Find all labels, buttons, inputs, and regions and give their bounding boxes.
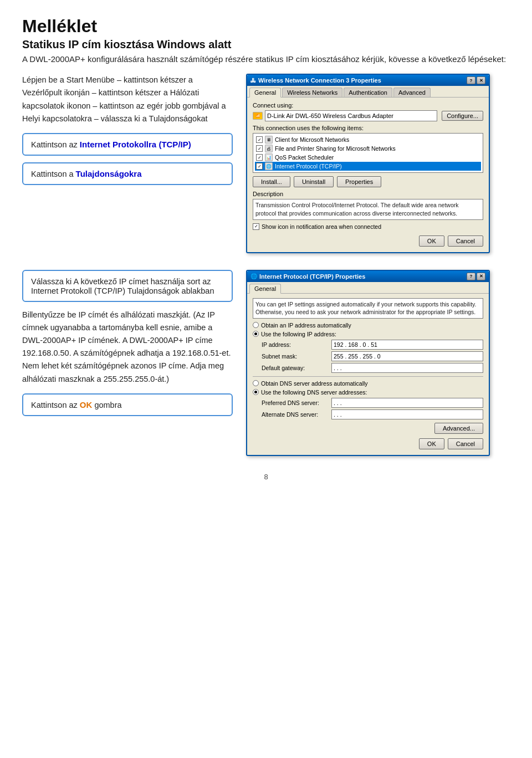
checkbox-qos[interactable]: [256, 154, 263, 161]
radio-obtain-auto[interactable]: [253, 322, 259, 328]
checkbox-client[interactable]: [256, 136, 263, 143]
gateway-input[interactable]: . . .: [331, 363, 483, 373]
dialog2-ok-row: OK Cancel: [253, 436, 483, 450]
list-item-qos[interactable]: 📊 QoS Packet Scheduler: [255, 153, 481, 162]
list-item-fileprinter[interactable]: 🖨 File and Printer Sharing for Microsoft…: [255, 144, 481, 153]
section-2: Válassza ki A következő IP címet használ…: [22, 270, 510, 456]
section2-instruction: Billentyűzze be IP címét és alhálózati m…: [22, 309, 233, 386]
callout-select-ip: Válassza ki A következő IP címet használ…: [22, 270, 233, 302]
description-label: Description: [253, 191, 483, 197]
radio-use-following-row[interactable]: Use the following IP address:: [253, 331, 483, 337]
dialog2-title: Internet Protocol (TCP/IP) Properties: [259, 273, 365, 280]
radio-use-following-label: Use the following IP address:: [261, 331, 336, 337]
dialog2-body: You can get IP settings assigned automat…: [247, 294, 489, 455]
items-list: 🖥 Client for Microsoft Networks 🖨 File a…: [253, 133, 483, 173]
dialog-tcpip-properties: 🌐 Internet Protocol (TCP/IP) Properties …: [246, 270, 490, 456]
radio-dns-auto-row[interactable]: Obtain DNS server address automatically: [253, 380, 483, 387]
dialog2-ok-button[interactable]: OK: [419, 438, 444, 449]
advanced-button[interactable]: Advanced...: [434, 423, 483, 434]
icon-fileprinter: 🖨: [265, 145, 273, 152]
show-icon-label: Show icon in notification area when conn…: [262, 223, 381, 230]
dialog1-title: Wireless Network Connection 3 Properties: [258, 77, 381, 84]
items-label: This connection uses the following items…: [253, 125, 483, 131]
callout1-highlight: Internet Protokollra (TCP/IP): [80, 140, 191, 149]
dialog2-cancel-button[interactable]: Cancel: [448, 438, 483, 449]
dialog1-action-buttons: Install... Uninstall Properties: [253, 176, 483, 187]
section1-left: Lépjen be a Start Menübe – kattintson ké…: [22, 74, 233, 192]
configure-button[interactable]: Configure...: [442, 111, 483, 121]
list-item-client[interactable]: 🖥 Client for Microsoft Networks: [255, 135, 481, 144]
dns-fields-grid: Preferred DNS server: . . . Alternate DN…: [262, 398, 483, 419]
show-icon-row[interactable]: Show icon in notification area when conn…: [253, 223, 483, 230]
preferred-dns-input[interactable]: . . .: [331, 398, 483, 408]
radio-obtain-auto-row[interactable]: Obtain an IP address automatically: [253, 322, 483, 329]
section2-left: Válassza ki A következő IP címet használ…: [22, 270, 233, 423]
label-client: Client for Microsoft Networks: [275, 136, 349, 143]
tab-advanced[interactable]: Advanced: [393, 88, 431, 97]
dialog1-cancel-button[interactable]: Cancel: [448, 235, 483, 247]
tab-wireless-networks[interactable]: Wireless Networks: [282, 88, 342, 97]
section1-instruction: Lépjen be a Start Menübe – kattintson ké…: [22, 74, 233, 125]
label-tcpip: Internet Protocol (TCP/IP): [275, 163, 342, 170]
subnet-input[interactable]: 255 . 255 . 255 . 0: [331, 351, 483, 361]
dialog2-titlebar: 🌐 Internet Protocol (TCP/IP) Properties …: [247, 271, 489, 282]
section2-right: 🌐 Internet Protocol (TCP/IP) Properties …: [246, 270, 510, 456]
subnet-value: 255 . 255 . 255 . 0: [334, 353, 381, 360]
callout1-prefix: Kattintson az: [31, 140, 80, 149]
callout2-highlight: Tulajdonságokra: [76, 169, 142, 178]
tab-general[interactable]: General: [249, 88, 281, 98]
adapter-icon: 📶: [253, 112, 263, 120]
properties-button[interactable]: Properties: [337, 176, 381, 187]
callout-internet-protocol: Kattintson az Internet Protokollra (TCP/…: [22, 133, 233, 156]
radio-dns-manual-label: Use the following DNS server addresses:: [261, 389, 367, 396]
tab-authentication[interactable]: Authentication: [344, 88, 392, 97]
icon-client: 🖥: [265, 136, 273, 144]
tab2-general[interactable]: General: [249, 284, 281, 294]
ip-address-input[interactable]: 192 . 168 . 0 . 51: [331, 340, 483, 350]
list-item-tcpip[interactable]: 🌐 Internet Protocol (TCP/IP): [255, 162, 481, 171]
icon-qos: 📊: [265, 153, 273, 161]
adapter-row: 📶 D-Link Air DWL-650 Wireless Cardbus Ad…: [253, 110, 483, 121]
callout2-prefix: Kattintson a: [31, 170, 76, 178]
dialog1-ok-row: OK Cancel: [253, 233, 483, 248]
radio-dns-auto[interactable]: [253, 380, 259, 386]
dialog1-titlebar-buttons: ? ✕: [467, 76, 485, 84]
label-qos: QoS Packet Scheduler: [275, 154, 334, 161]
ip-address-value: 192 . 168 . 0 . 51: [334, 341, 377, 348]
preferred-dns-label: Preferred DNS server:: [262, 400, 328, 406]
dialog1-titlebar: 🖧 Wireless Network Connection 3 Properti…: [247, 75, 489, 86]
dialog2-btn-close[interactable]: ✕: [477, 273, 485, 280]
checkbox-fileprinter[interactable]: [256, 145, 263, 152]
radio-dns-manual-row[interactable]: Use the following DNS server addresses:: [253, 389, 483, 396]
alternate-dns-label: Alternate DNS server:: [262, 411, 328, 418]
callout-ok: Kattintson az OK gombra: [22, 393, 233, 416]
ip-address-label: IP address:: [262, 341, 328, 348]
uninstall-button[interactable]: Uninstall: [294, 176, 334, 187]
callout-tulajdonsagokra: Kattintson a Tulajdonságokra: [22, 162, 233, 185]
checkbox-show-icon[interactable]: [253, 223, 259, 230]
page-header: Melléklet Statikus IP cím kiosztása Wind…: [22, 17, 510, 64]
gateway-label: Default gateway:: [262, 365, 328, 371]
label-fileprinter: File and Printer Sharing for Microsoft N…: [275, 145, 396, 152]
callout-select-text: Válassza ki A következő IP címet használ…: [31, 277, 214, 295]
subtitle-desc: A DWL-2000AP+ konfigurálására használt s…: [22, 54, 510, 64]
dialog2-intro: You can get IP settings assigned automat…: [253, 298, 483, 319]
dialog1-btn-close[interactable]: ✕: [477, 76, 485, 84]
sub-title: Statikus IP cím kiosztása Windows alatt: [22, 38, 510, 51]
callout-ok-prefix: Kattintson az: [31, 401, 80, 409]
install-button[interactable]: Install...: [253, 176, 290, 187]
icon-tcpip: 🌐: [265, 162, 273, 170]
page-number: 8: [22, 473, 510, 481]
dialog2-btn-question[interactable]: ?: [467, 273, 475, 280]
radio-dns-manual[interactable]: [253, 389, 259, 395]
dialog-network-properties: 🖧 Wireless Network Connection 3 Properti…: [246, 74, 490, 253]
advanced-row: Advanced...: [253, 423, 483, 434]
dialog1-btn-question[interactable]: ?: [467, 76, 475, 84]
description-text: Transmission Control Protocol/Internet P…: [253, 199, 483, 219]
dialog1-ok-button[interactable]: OK: [419, 235, 444, 247]
ip-fields-grid: IP address: 192 . 168 . 0 . 51 Subnet ma…: [262, 340, 483, 373]
alternate-dns-input[interactable]: . . .: [331, 409, 483, 419]
radio-use-following[interactable]: [253, 331, 259, 337]
dialog2-icon: 🌐: [250, 273, 257, 279]
checkbox-tcpip[interactable]: [256, 163, 263, 170]
